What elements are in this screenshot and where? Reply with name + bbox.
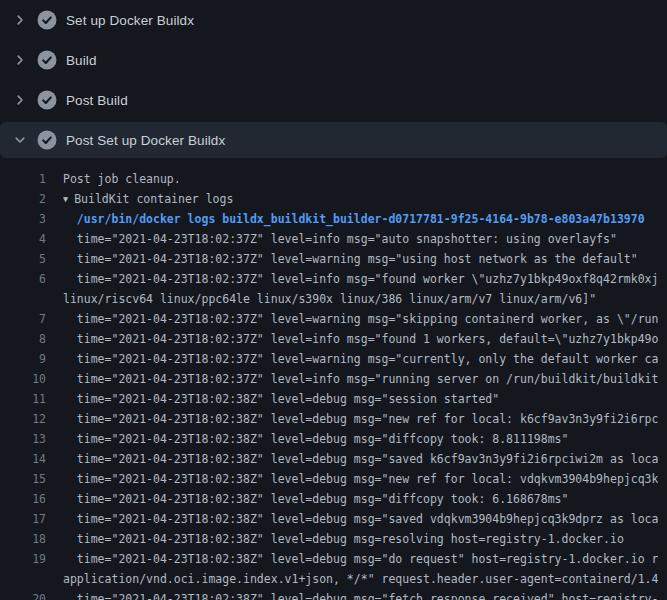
line-number[interactable]: 14 bbox=[0, 449, 46, 469]
log-text: time="2021-04-23T18:02:38Z" level=debug … bbox=[63, 469, 658, 489]
log-line-continuation: application/vnd.oci.image.index.v1+json,… bbox=[0, 569, 667, 589]
line-number[interactable]: 15 bbox=[0, 469, 46, 489]
log-line: 13 time="2021-04-23T18:02:38Z" level=deb… bbox=[0, 429, 667, 449]
group-label: BuildKit container logs bbox=[74, 192, 233, 206]
log-line: 20 time="2021-04-23T18:02:38Z" level=deb… bbox=[0, 589, 667, 600]
log-line: 5 time="2021-04-23T18:02:37Z" level=warn… bbox=[0, 249, 667, 269]
log-line: 18 time="2021-04-23T18:02:38Z" level=deb… bbox=[0, 529, 667, 549]
log-text: /usr/bin/docker logs buildx_buildkit_bui… bbox=[63, 209, 645, 229]
check-circle-icon bbox=[37, 90, 57, 110]
log-line: 11 time="2021-04-23T18:02:38Z" level=deb… bbox=[0, 389, 667, 409]
line-number[interactable]: 12 bbox=[0, 409, 46, 429]
log-line: 6 time="2021-04-23T18:02:37Z" level=info… bbox=[0, 269, 667, 289]
group-expanded-triangle-icon: ▼ bbox=[63, 189, 68, 209]
line-number[interactable]: 4 bbox=[0, 229, 46, 249]
line-number[interactable]: 6 bbox=[0, 269, 46, 289]
line-number[interactable]: 8 bbox=[0, 329, 46, 349]
log-text: linux/riscv64 linux/ppc64le linux/s390x … bbox=[63, 289, 596, 309]
line-number bbox=[0, 569, 46, 589]
log-line: 12 time="2021-04-23T18:02:38Z" level=deb… bbox=[0, 409, 667, 429]
check-circle-icon bbox=[37, 130, 57, 150]
line-number[interactable]: 11 bbox=[0, 389, 46, 409]
log-line: 7 time="2021-04-23T18:02:37Z" level=warn… bbox=[0, 309, 667, 329]
log-line: 17 time="2021-04-23T18:02:38Z" level=deb… bbox=[0, 509, 667, 529]
step-build[interactable]: Build bbox=[0, 40, 667, 80]
log-text: time="2021-04-23T18:02:38Z" level=debug … bbox=[63, 409, 658, 429]
step-title: Post Build bbox=[66, 93, 128, 108]
log-text: time="2021-04-23T18:02:38Z" level=debug … bbox=[63, 589, 658, 600]
log-line: 16 time="2021-04-23T18:02:38Z" level=deb… bbox=[0, 489, 667, 509]
log-text: time="2021-04-23T18:02:38Z" level=debug … bbox=[63, 389, 499, 409]
line-number[interactable]: 18 bbox=[0, 529, 46, 549]
chevron-right-icon bbox=[12, 12, 28, 28]
line-number[interactable]: 1 bbox=[0, 169, 46, 189]
log-text: time="2021-04-23T18:02:37Z" level=info m… bbox=[63, 229, 617, 249]
log-text: time="2021-04-23T18:02:38Z" level=debug … bbox=[63, 509, 658, 529]
log-line: 4 time="2021-04-23T18:02:37Z" level=info… bbox=[0, 229, 667, 249]
log-text: time="2021-04-23T18:02:37Z" level=info m… bbox=[63, 329, 658, 349]
check-circle-icon bbox=[37, 50, 57, 70]
log-line-continuation: linux/riscv64 linux/ppc64le linux/s390x … bbox=[0, 289, 667, 309]
log-text: application/vnd.oci.image.index.v1+json,… bbox=[63, 569, 658, 589]
log-group-toggle[interactable]: ▼BuildKit container logs bbox=[63, 189, 233, 209]
log-text: time="2021-04-23T18:02:37Z" level=info m… bbox=[63, 369, 658, 389]
log-text: time="2021-04-23T18:02:38Z" level=debug … bbox=[63, 429, 568, 449]
step-title: Set up Docker Buildx bbox=[66, 13, 194, 28]
steps-list: Set up Docker BuildxBuildPost BuildPost … bbox=[0, 0, 667, 158]
log-line: 3 /usr/bin/docker logs buildx_buildkit_b… bbox=[0, 209, 667, 229]
step-post-set-up-docker-buildx[interactable]: Post Set up Docker Buildx bbox=[0, 122, 667, 158]
log-text: Post job cleanup. bbox=[63, 169, 181, 189]
log-text: time="2021-04-23T18:02:37Z" level=warnin… bbox=[63, 249, 638, 269]
log-text: time="2021-04-23T18:02:38Z" level=debug … bbox=[63, 549, 658, 569]
line-number[interactable]: 5 bbox=[0, 249, 46, 269]
log-text: time="2021-04-23T18:02:37Z" level=warnin… bbox=[63, 309, 658, 329]
log-line: 10 time="2021-04-23T18:02:37Z" level=inf… bbox=[0, 369, 667, 389]
line-number[interactable]: 17 bbox=[0, 509, 46, 529]
log-line: 9 time="2021-04-23T18:02:37Z" level=warn… bbox=[0, 349, 667, 369]
line-number[interactable]: 7 bbox=[0, 309, 46, 329]
log-line: 2▼BuildKit container logs bbox=[0, 189, 667, 209]
line-number bbox=[0, 289, 46, 309]
log-text: time="2021-04-23T18:02:37Z" level=info m… bbox=[63, 269, 658, 289]
step-title: Build bbox=[66, 53, 97, 68]
step-title: Post Set up Docker Buildx bbox=[66, 133, 225, 148]
check-circle-icon bbox=[37, 10, 57, 30]
actions-log-viewer: Set up Docker BuildxBuildPost BuildPost … bbox=[0, 0, 667, 600]
line-number[interactable]: 3 bbox=[0, 209, 46, 229]
log-text: time="2021-04-23T18:02:38Z" level=debug … bbox=[63, 449, 658, 469]
line-number[interactable]: 16 bbox=[0, 489, 46, 509]
log-line: 15 time="2021-04-23T18:02:38Z" level=deb… bbox=[0, 469, 667, 489]
chevron-right-icon bbox=[12, 92, 28, 108]
log-text: time="2021-04-23T18:02:38Z" level=debug … bbox=[63, 529, 624, 549]
log-text: time="2021-04-23T18:02:38Z" level=debug … bbox=[63, 489, 568, 509]
step-post-build[interactable]: Post Build bbox=[0, 80, 667, 120]
log-line: 1Post job cleanup. bbox=[0, 169, 667, 189]
line-number[interactable]: 13 bbox=[0, 429, 46, 449]
log-panel: 1Post job cleanup.2▼BuildKit container l… bbox=[0, 160, 667, 600]
line-number[interactable]: 20 bbox=[0, 589, 46, 600]
line-number[interactable]: 9 bbox=[0, 349, 46, 369]
line-number[interactable]: 19 bbox=[0, 549, 46, 569]
log-text: time="2021-04-23T18:02:37Z" level=warnin… bbox=[63, 349, 658, 369]
log-line: 14 time="2021-04-23T18:02:38Z" level=deb… bbox=[0, 449, 667, 469]
step-set-up-docker-buildx[interactable]: Set up Docker Buildx bbox=[0, 0, 667, 40]
line-number[interactable]: 10 bbox=[0, 369, 46, 389]
chevron-down-icon bbox=[12, 132, 28, 148]
line-number[interactable]: 2 bbox=[0, 189, 46, 209]
chevron-right-icon bbox=[12, 52, 28, 68]
log-line: 19 time="2021-04-23T18:02:38Z" level=deb… bbox=[0, 549, 667, 569]
log-line: 8 time="2021-04-23T18:02:37Z" level=info… bbox=[0, 329, 667, 349]
